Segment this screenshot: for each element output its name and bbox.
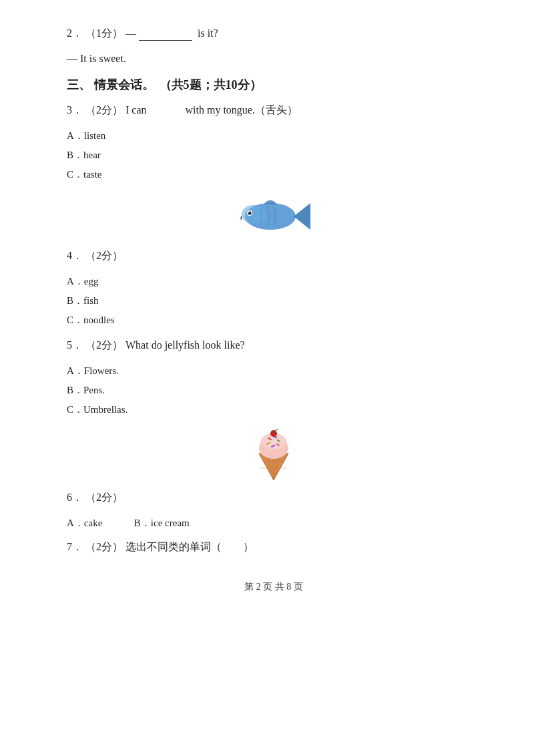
q4-option-c: C．noodles bbox=[67, 314, 481, 327]
q6-number: 6． bbox=[67, 492, 83, 503]
q6-option-b-text: ice cream bbox=[151, 518, 190, 528]
q5-option-b: B．Pens. bbox=[67, 384, 481, 397]
q3-text: I can bbox=[125, 104, 147, 116]
q3-option-c-text: taste bbox=[83, 169, 102, 180]
q2-text-after: is it? bbox=[198, 27, 218, 39]
q4-option-b: B．fish bbox=[67, 295, 481, 307]
q3-option-a: A．listen bbox=[67, 130, 481, 142]
q4-option-a-label: A． bbox=[67, 276, 84, 287]
q3-score: （2分） bbox=[85, 104, 123, 116]
question-6: 6． （2分） bbox=[67, 491, 481, 505]
footer-text: 第 2 页 共 8 页 bbox=[244, 582, 303, 592]
section-3-label: 三、 情景会话。 bbox=[67, 77, 154, 93]
question-7: 7． （2分） 选出不同类的单词（ ） bbox=[67, 540, 481, 554]
section-3-score: （共5题；共10分） bbox=[160, 77, 262, 93]
q7-number: 7． bbox=[67, 541, 83, 552]
q5-option-c-text: Umbrellas. bbox=[83, 404, 127, 415]
q5-number: 5． bbox=[67, 339, 83, 351]
q4-option-a-text: egg bbox=[84, 276, 99, 287]
fish-icon bbox=[234, 193, 314, 240]
q3-number: 3． bbox=[67, 104, 83, 116]
q6-option-a-text: cake bbox=[84, 518, 102, 528]
q2-blank bbox=[139, 40, 192, 41]
q5-text: What do jellyfish look like? bbox=[125, 339, 245, 351]
q2-answer: — It is sweet. bbox=[67, 53, 481, 65]
svg-point-5 bbox=[248, 212, 250, 213]
q2-dash: — bbox=[125, 27, 136, 39]
q7-text: 选出不同类的单词（ ） bbox=[125, 541, 254, 552]
q5-option-c: C．Umbrellas. bbox=[67, 403, 481, 416]
q5-score: （2分） bbox=[85, 339, 123, 351]
q4-option-c-label: C． bbox=[67, 315, 83, 325]
question-3: 3． （2分） I can with my tongue.（舌头） bbox=[67, 104, 481, 118]
q3-option-b-label: B． bbox=[67, 150, 83, 160]
icecream-image-container bbox=[67, 428, 481, 484]
q6-option-b-label: B． bbox=[134, 518, 151, 528]
page-footer: 第 2 页 共 8 页 bbox=[67, 581, 481, 593]
q3-option-c: C．taste bbox=[67, 168, 481, 181]
q2-score: （1分） bbox=[85, 27, 123, 39]
q5-option-b-text: Pens. bbox=[83, 385, 105, 395]
question-4: 4． （2分） bbox=[67, 249, 481, 263]
q6-score: （2分） bbox=[85, 492, 123, 503]
q2-number: 2． bbox=[67, 27, 83, 39]
q5-option-c-label: C． bbox=[67, 404, 83, 415]
question-2: 2． （1分） — is it? bbox=[67, 27, 481, 41]
question-5: 5． （2分） What do jellyfish look like? bbox=[67, 339, 481, 353]
q5-option-b-label: B． bbox=[67, 385, 83, 395]
q4-score: （2分） bbox=[85, 250, 123, 261]
q3-option-b: B．hear bbox=[67, 149, 481, 162]
q3-option-b-text: hear bbox=[83, 150, 101, 160]
q5-option-a-text: Flowers. bbox=[84, 365, 119, 376]
icecream-icon bbox=[254, 428, 294, 482]
q6-options-row: A．cake B．ice cream bbox=[67, 517, 481, 530]
q2-answer-text: — It is sweet. bbox=[67, 53, 126, 64]
q6-option-a-label: A． bbox=[67, 518, 84, 528]
q5-option-a-label: A． bbox=[67, 365, 84, 376]
q3-option-a-label: A． bbox=[67, 130, 84, 141]
q4-option-a: A．egg bbox=[67, 275, 481, 288]
q4-number: 4． bbox=[67, 250, 83, 261]
q4-option-c-text: noodles bbox=[83, 315, 115, 325]
q4-option-b-label: B． bbox=[67, 295, 83, 306]
q3-option-c-label: C． bbox=[67, 169, 83, 180]
q7-score: （2分） bbox=[85, 541, 123, 552]
section-3-title: 三、 情景会话。 （共5题；共10分） bbox=[67, 77, 481, 93]
q3-text2: with my tongue.（舌头） bbox=[186, 104, 298, 116]
q5-option-a: A．Flowers. bbox=[67, 365, 481, 377]
svg-marker-1 bbox=[294, 203, 310, 230]
q4-option-b-text: fish bbox=[83, 295, 99, 306]
q3-option-a-text: listen bbox=[84, 130, 106, 141]
fish-image-container bbox=[67, 193, 481, 242]
